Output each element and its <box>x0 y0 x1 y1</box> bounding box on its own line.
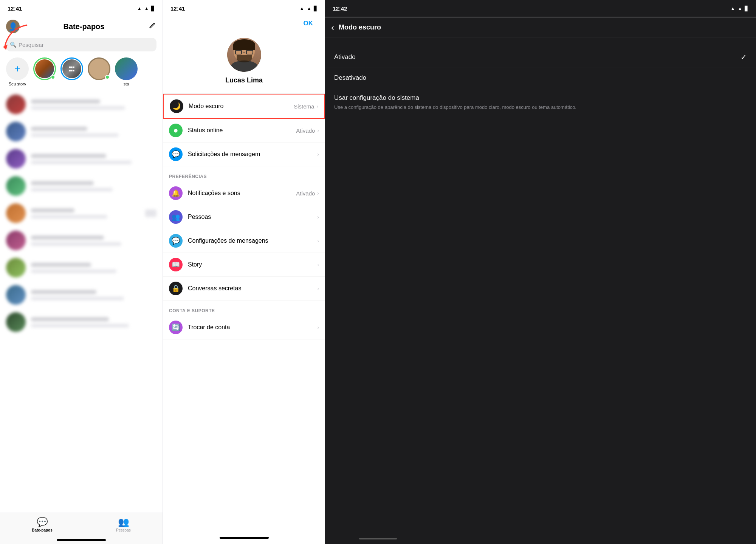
story-1[interactable] <box>33 57 56 86</box>
signal-icon: ▲ <box>137 6 142 11</box>
home-indicator-panel3 <box>359 538 397 539</box>
section-conta: CONTA E SUPORTE <box>163 301 325 316</box>
chat-item[interactable] <box>0 145 163 172</box>
status-online-icon: ● <box>169 124 183 137</box>
story-avatar-2: ■■■■■■ <box>60 57 83 80</box>
dark-mode-options: Ativado ✓ Desativado Usar configuração d… <box>325 37 756 126</box>
battery-icon-2: ▊ <box>314 6 318 11</box>
search-placeholder: Pesquisar <box>19 42 44 48</box>
panel-bate-papos: 12:41 ▲ ▲ ▊ 👤 Bate-papos 🔍 Pesquisar + S… <box>0 0 163 544</box>
ok-button[interactable]: OK <box>297 17 319 30</box>
status-icons: ▲ ▲ ▊ <box>137 6 155 11</box>
story-label: Seu story <box>9 82 26 86</box>
search-bar[interactable]: 🔍 Pesquisar <box>6 38 156 51</box>
story-4[interactable]: sta <box>115 57 138 86</box>
menu-item-solicitacoes[interactable]: 💬 Solicitações de mensagem › <box>163 143 325 166</box>
chat-item[interactable] <box>0 172 163 200</box>
chevron-icon-6: › <box>317 238 319 244</box>
option-desativado[interactable]: Desativado <box>325 68 756 88</box>
menu-item-trocar-conta[interactable]: 🔄 Trocar de conta › <box>163 316 325 339</box>
menu-item-story[interactable]: 📖 Story › <box>163 253 325 277</box>
menu-label-config-mensagens: Configurações de mensagens <box>188 237 317 244</box>
option-ativado[interactable]: Ativado ✓ <box>325 46 756 68</box>
edit-icon[interactable] <box>148 21 156 32</box>
wifi-icon-3: ▲ <box>737 6 742 11</box>
chat-item[interactable] <box>0 118 163 145</box>
notifications-icon: 🔔 <box>169 186 183 200</box>
menu-label-pessoas: Pessoas <box>188 214 317 220</box>
chat-list <box>0 91 163 513</box>
story-3[interactable] <box>88 57 110 86</box>
chevron-icon-4: › <box>317 190 319 196</box>
tab-pessoas[interactable]: 👥 Pessoas <box>116 517 130 532</box>
menu-item-conversas-secretas[interactable]: 🔒 Conversas secretas › <box>163 277 325 301</box>
story-add[interactable]: + Seu story <box>6 57 29 86</box>
settings-menu: 🌙 Modo escuro Sistema › ● Status online … <box>163 94 325 531</box>
battery-icon: ▊ <box>151 6 155 11</box>
msg-settings-icon: 💬 <box>169 234 183 248</box>
menu-label-trocar-conta: Trocar de conta <box>188 324 317 331</box>
option-desativado-label: Desativado <box>334 74 366 82</box>
chevron-icon-7: › <box>317 262 319 268</box>
message-request-icon: 💬 <box>169 147 183 161</box>
dark-mode-header: ‹ Modo escuro <box>325 18 756 37</box>
option-system-title: Usar configuração do sistema <box>334 94 747 102</box>
profile-picture[interactable] <box>227 38 261 72</box>
menu-label-status: Status online <box>188 127 296 134</box>
story-2[interactable]: ■■■■■■ <box>60 57 83 86</box>
chevron-icon: › <box>316 103 318 109</box>
status-icons-3: ▲ ▲ ▊ <box>730 6 748 11</box>
wifi-icon: ▲ <box>144 6 149 11</box>
home-indicator-panel2 <box>163 531 325 544</box>
menu-value-status: Ativado <box>296 127 315 134</box>
menu-item-status-online[interactable]: ● Status online Ativado › <box>163 119 325 143</box>
menu-value-notificacoes: Ativado <box>296 190 315 197</box>
panel-settings: 12:41 ▲ ▲ ▊ OK <box>163 0 325 544</box>
dark-mode-title: Modo escuro <box>339 23 381 31</box>
chevron-icon-2: › <box>317 127 319 133</box>
battery-icon-3: ▊ <box>745 6 748 11</box>
menu-value-modo-escuro: Sistema <box>294 103 314 110</box>
people-tab-icon: 👥 <box>118 517 129 527</box>
secret-chat-icon: 🔒 <box>169 282 183 295</box>
signal-icon-2: ▲ <box>299 6 304 11</box>
online-dot-3 <box>105 75 110 79</box>
signal-icon-3: ▲ <box>730 6 735 11</box>
chat-item[interactable] <box>0 91 163 118</box>
user-avatar[interactable]: 👤 <box>6 20 20 33</box>
chat-item[interactable] <box>0 308 163 336</box>
menu-item-modo-escuro[interactable]: 🌙 Modo escuro Sistema › <box>163 94 325 119</box>
chevron-icon-3: › <box>317 151 319 157</box>
menu-item-pessoas[interactable]: 👥 Pessoas › <box>163 205 325 229</box>
chat-item[interactable] <box>0 281 163 308</box>
story-label-4: sta <box>124 82 129 86</box>
chat-item[interactable] <box>0 200 163 227</box>
chat-item[interactable] <box>0 227 163 254</box>
chat-item[interactable] <box>0 254 163 281</box>
status-time-2: 12:41 <box>170 5 185 12</box>
chevron-icon-9: › <box>317 324 319 330</box>
ok-button-container[interactable]: OK <box>163 17 325 30</box>
wifi-icon-2: ▲ <box>307 6 311 11</box>
panel-dark-mode: 12:42 ▲ ▲ ▊ ‹ Modo escuro Ativado ✓ Desa… <box>325 0 756 544</box>
back-button[interactable]: ‹ <box>331 22 334 33</box>
profile-name: Lucas Lima <box>225 76 263 84</box>
profile-section: Lucas Lima <box>163 30 325 94</box>
menu-item-notificacoes[interactable]: 🔔 Notificações e sons Ativado › <box>163 181 325 205</box>
status-time: 12:41 <box>8 5 22 12</box>
tab-bate-papos[interactable]: 💬 Bate-papos <box>32 517 52 532</box>
switch-account-icon: 🔄 <box>169 321 183 334</box>
story-icon: 📖 <box>169 258 183 271</box>
stories-row: + Seu story ■■■■■■ <box>0 54 163 91</box>
menu-label-modo-escuro: Modo escuro <box>189 103 294 110</box>
status-bar-panel2: 12:41 ▲ ▲ ▊ <box>163 0 325 17</box>
menu-label-conversas-secretas: Conversas secretas <box>188 285 317 292</box>
menu-item-config-mensagens[interactable]: 💬 Configurações de mensagens › <box>163 229 325 253</box>
add-story-button[interactable]: + <box>6 57 29 80</box>
menu-label-story: Story <box>188 261 317 268</box>
menu-label-solicitacoes: Solicitações de mensagem <box>188 151 317 158</box>
status-bar-panel3: 12:42 ▲ ▲ ▊ <box>325 0 756 17</box>
section-preferencias: PREFERÊNCIAS <box>163 166 325 181</box>
option-system[interactable]: Usar configuração do sistema Use a confi… <box>325 88 756 117</box>
chevron-icon-5: › <box>317 214 319 220</box>
